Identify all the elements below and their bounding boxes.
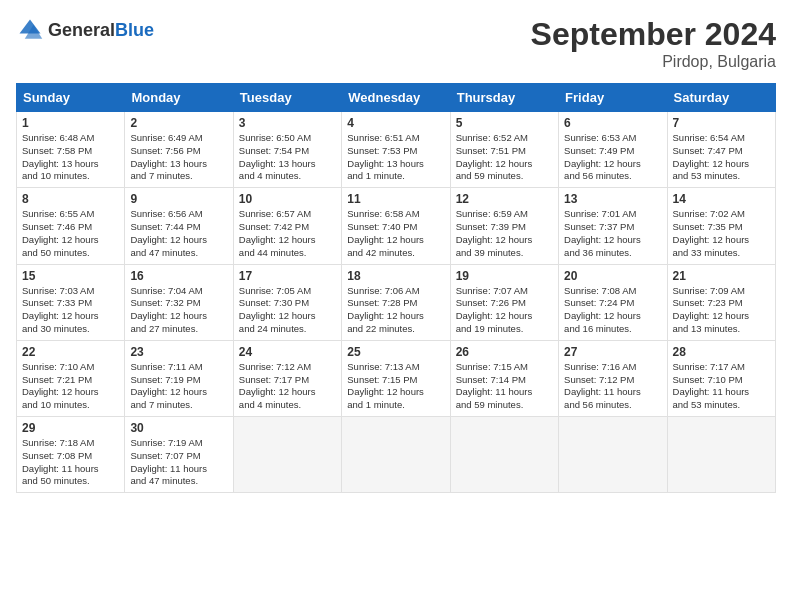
- logo-icon: [16, 16, 44, 44]
- day-cell-24: 24Sunrise: 7:12 AM Sunset: 7:17 PM Dayli…: [233, 340, 341, 416]
- day-number-14: 14: [673, 192, 770, 206]
- day-number-17: 17: [239, 269, 336, 283]
- location: Pirdop, Bulgaria: [531, 53, 776, 71]
- day-info-3: Sunrise: 6:50 AM Sunset: 7:54 PM Dayligh…: [239, 132, 336, 183]
- day-info-25: Sunrise: 7:13 AM Sunset: 7:15 PM Dayligh…: [347, 361, 444, 412]
- day-info-14: Sunrise: 7:02 AM Sunset: 7:35 PM Dayligh…: [673, 208, 770, 259]
- calendar-row-4: 22Sunrise: 7:10 AM Sunset: 7:21 PM Dayli…: [17, 340, 776, 416]
- day-cell-3: 3Sunrise: 6:50 AM Sunset: 7:54 PM Daylig…: [233, 112, 341, 188]
- day-info-2: Sunrise: 6:49 AM Sunset: 7:56 PM Dayligh…: [130, 132, 227, 183]
- day-info-20: Sunrise: 7:08 AM Sunset: 7:24 PM Dayligh…: [564, 285, 661, 336]
- calendar-row-5: 29Sunrise: 7:18 AM Sunset: 7:08 PM Dayli…: [17, 417, 776, 493]
- month-year: September 2024: [531, 16, 776, 53]
- day-cell-16: 16Sunrise: 7:04 AM Sunset: 7:32 PM Dayli…: [125, 264, 233, 340]
- day-info-16: Sunrise: 7:04 AM Sunset: 7:32 PM Dayligh…: [130, 285, 227, 336]
- calendar-row-1: 1Sunrise: 6:48 AM Sunset: 7:58 PM Daylig…: [17, 112, 776, 188]
- col-friday: Friday: [559, 84, 667, 112]
- day-info-22: Sunrise: 7:10 AM Sunset: 7:21 PM Dayligh…: [22, 361, 119, 412]
- title-block: September 2024 Pirdop, Bulgaria: [531, 16, 776, 71]
- day-number-10: 10: [239, 192, 336, 206]
- day-number-12: 12: [456, 192, 553, 206]
- day-cell-29: 29Sunrise: 7:18 AM Sunset: 7:08 PM Dayli…: [17, 417, 125, 493]
- day-number-18: 18: [347, 269, 444, 283]
- day-info-8: Sunrise: 6:55 AM Sunset: 7:46 PM Dayligh…: [22, 208, 119, 259]
- day-cell-18: 18Sunrise: 7:06 AM Sunset: 7:28 PM Dayli…: [342, 264, 450, 340]
- day-number-26: 26: [456, 345, 553, 359]
- day-info-13: Sunrise: 7:01 AM Sunset: 7:37 PM Dayligh…: [564, 208, 661, 259]
- day-number-20: 20: [564, 269, 661, 283]
- day-number-24: 24: [239, 345, 336, 359]
- day-info-30: Sunrise: 7:19 AM Sunset: 7:07 PM Dayligh…: [130, 437, 227, 488]
- logo: GeneralBlue: [16, 16, 154, 44]
- day-number-29: 29: [22, 421, 119, 435]
- col-monday: Monday: [125, 84, 233, 112]
- day-cell-2: 2Sunrise: 6:49 AM Sunset: 7:56 PM Daylig…: [125, 112, 233, 188]
- day-cell-8: 8Sunrise: 6:55 AM Sunset: 7:46 PM Daylig…: [17, 188, 125, 264]
- day-info-1: Sunrise: 6:48 AM Sunset: 7:58 PM Dayligh…: [22, 132, 119, 183]
- empty-cell-row5-col6: [667, 417, 775, 493]
- col-tuesday: Tuesday: [233, 84, 341, 112]
- empty-cell-row5-col5: [559, 417, 667, 493]
- empty-cell-row5-col4: [450, 417, 558, 493]
- day-cell-11: 11Sunrise: 6:58 AM Sunset: 7:40 PM Dayli…: [342, 188, 450, 264]
- day-number-21: 21: [673, 269, 770, 283]
- day-cell-6: 6Sunrise: 6:53 AM Sunset: 7:49 PM Daylig…: [559, 112, 667, 188]
- day-number-30: 30: [130, 421, 227, 435]
- day-info-19: Sunrise: 7:07 AM Sunset: 7:26 PM Dayligh…: [456, 285, 553, 336]
- day-number-19: 19: [456, 269, 553, 283]
- day-number-5: 5: [456, 116, 553, 130]
- day-cell-27: 27Sunrise: 7:16 AM Sunset: 7:12 PM Dayli…: [559, 340, 667, 416]
- day-number-8: 8: [22, 192, 119, 206]
- day-info-23: Sunrise: 7:11 AM Sunset: 7:19 PM Dayligh…: [130, 361, 227, 412]
- day-cell-13: 13Sunrise: 7:01 AM Sunset: 7:37 PM Dayli…: [559, 188, 667, 264]
- day-cell-1: 1Sunrise: 6:48 AM Sunset: 7:58 PM Daylig…: [17, 112, 125, 188]
- day-info-24: Sunrise: 7:12 AM Sunset: 7:17 PM Dayligh…: [239, 361, 336, 412]
- col-saturday: Saturday: [667, 84, 775, 112]
- day-number-27: 27: [564, 345, 661, 359]
- day-number-22: 22: [22, 345, 119, 359]
- day-number-6: 6: [564, 116, 661, 130]
- day-info-15: Sunrise: 7:03 AM Sunset: 7:33 PM Dayligh…: [22, 285, 119, 336]
- day-cell-19: 19Sunrise: 7:07 AM Sunset: 7:26 PM Dayli…: [450, 264, 558, 340]
- day-info-11: Sunrise: 6:58 AM Sunset: 7:40 PM Dayligh…: [347, 208, 444, 259]
- day-info-21: Sunrise: 7:09 AM Sunset: 7:23 PM Dayligh…: [673, 285, 770, 336]
- day-info-29: Sunrise: 7:18 AM Sunset: 7:08 PM Dayligh…: [22, 437, 119, 488]
- day-info-27: Sunrise: 7:16 AM Sunset: 7:12 PM Dayligh…: [564, 361, 661, 412]
- day-number-11: 11: [347, 192, 444, 206]
- day-cell-12: 12Sunrise: 6:59 AM Sunset: 7:39 PM Dayli…: [450, 188, 558, 264]
- day-number-4: 4: [347, 116, 444, 130]
- day-info-28: Sunrise: 7:17 AM Sunset: 7:10 PM Dayligh…: [673, 361, 770, 412]
- day-cell-7: 7Sunrise: 6:54 AM Sunset: 7:47 PM Daylig…: [667, 112, 775, 188]
- calendar-header-row: Sunday Monday Tuesday Wednesday Thursday…: [17, 84, 776, 112]
- day-cell-21: 21Sunrise: 7:09 AM Sunset: 7:23 PM Dayli…: [667, 264, 775, 340]
- day-number-9: 9: [130, 192, 227, 206]
- page-header: GeneralBlue September 2024 Pirdop, Bulga…: [16, 16, 776, 71]
- day-info-12: Sunrise: 6:59 AM Sunset: 7:39 PM Dayligh…: [456, 208, 553, 259]
- day-number-15: 15: [22, 269, 119, 283]
- day-info-9: Sunrise: 6:56 AM Sunset: 7:44 PM Dayligh…: [130, 208, 227, 259]
- col-sunday: Sunday: [17, 84, 125, 112]
- day-cell-23: 23Sunrise: 7:11 AM Sunset: 7:19 PM Dayli…: [125, 340, 233, 416]
- day-number-16: 16: [130, 269, 227, 283]
- day-info-10: Sunrise: 6:57 AM Sunset: 7:42 PM Dayligh…: [239, 208, 336, 259]
- day-cell-15: 15Sunrise: 7:03 AM Sunset: 7:33 PM Dayli…: [17, 264, 125, 340]
- day-cell-30: 30Sunrise: 7:19 AM Sunset: 7:07 PM Dayli…: [125, 417, 233, 493]
- day-cell-25: 25Sunrise: 7:13 AM Sunset: 7:15 PM Dayli…: [342, 340, 450, 416]
- logo-text-general: General: [48, 20, 115, 40]
- day-cell-26: 26Sunrise: 7:15 AM Sunset: 7:14 PM Dayli…: [450, 340, 558, 416]
- day-cell-22: 22Sunrise: 7:10 AM Sunset: 7:21 PM Dayli…: [17, 340, 125, 416]
- day-cell-20: 20Sunrise: 7:08 AM Sunset: 7:24 PM Dayli…: [559, 264, 667, 340]
- day-number-28: 28: [673, 345, 770, 359]
- day-number-7: 7: [673, 116, 770, 130]
- day-info-5: Sunrise: 6:52 AM Sunset: 7:51 PM Dayligh…: [456, 132, 553, 183]
- empty-cell-row5-col2: [233, 417, 341, 493]
- day-number-23: 23: [130, 345, 227, 359]
- day-cell-10: 10Sunrise: 6:57 AM Sunset: 7:42 PM Dayli…: [233, 188, 341, 264]
- day-info-17: Sunrise: 7:05 AM Sunset: 7:30 PM Dayligh…: [239, 285, 336, 336]
- day-number-25: 25: [347, 345, 444, 359]
- calendar-row-3: 15Sunrise: 7:03 AM Sunset: 7:33 PM Dayli…: [17, 264, 776, 340]
- day-number-1: 1: [22, 116, 119, 130]
- empty-cell-row5-col3: [342, 417, 450, 493]
- day-cell-5: 5Sunrise: 6:52 AM Sunset: 7:51 PM Daylig…: [450, 112, 558, 188]
- day-cell-9: 9Sunrise: 6:56 AM Sunset: 7:44 PM Daylig…: [125, 188, 233, 264]
